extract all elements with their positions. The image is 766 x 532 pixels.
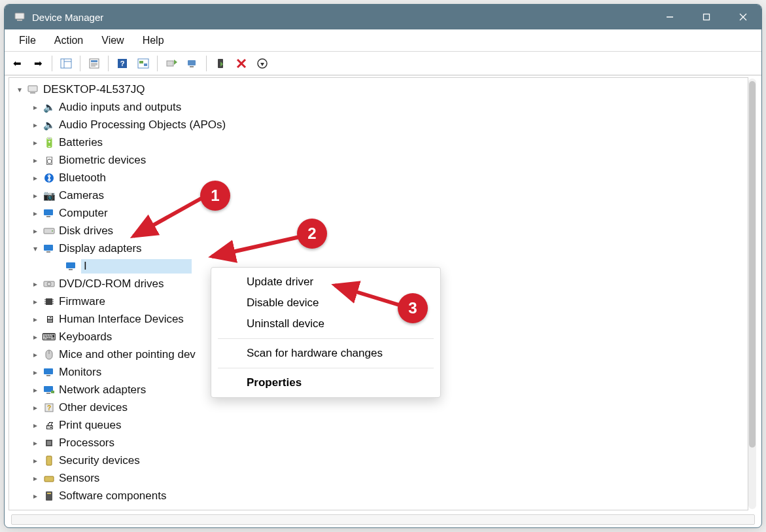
window-title: Device Manager: [32, 12, 103, 23]
scan-hardware-toolbar-button[interactable]: [183, 54, 202, 73]
show-hidden-button[interactable]: [133, 54, 153, 73]
chevron-right-icon[interactable]: ▸: [30, 367, 41, 378]
category-security-devices[interactable]: ▸ Security devices: [9, 452, 748, 469]
chevron-right-icon[interactable]: ▸: [30, 385, 41, 395]
chevron-right-icon[interactable]: ▸: [30, 296, 41, 307]
security-icon: [42, 454, 56, 467]
chevron-down-icon[interactable]: ▾: [30, 243, 41, 254]
uninstall-device-toolbar-button[interactable]: [252, 54, 272, 73]
printer-icon: 🖨: [42, 419, 56, 432]
mouse-icon: [42, 348, 56, 361]
svg-rect-59: [47, 441, 51, 445]
chevron-right-icon[interactable]: ▸: [30, 155, 41, 166]
category-sensors[interactable]: ▸ Sensors: [9, 469, 748, 487]
close-button[interactable]: [725, 5, 761, 29]
chevron-right-icon[interactable]: ▸: [30, 491, 41, 501]
properties-toolbar-button[interactable]: [84, 54, 104, 73]
category-disk-drives[interactable]: ▸ Disk drives: [9, 222, 748, 239]
monitor-icon: [42, 207, 56, 220]
svg-point-35: [52, 230, 53, 232]
category-audio-io[interactable]: ▸ 🔈 Audio inputs and outputs: [9, 98, 748, 116]
ctx-update-driver[interactable]: Update driver: [211, 272, 440, 293]
forward-button[interactable]: ➡: [28, 54, 48, 73]
category-label: Monitors: [59, 366, 105, 379]
chevron-right-icon[interactable]: ▸: [30, 120, 41, 130]
chevron-right-icon[interactable]: ▸: [30, 226, 41, 236]
chevron-right-icon[interactable]: ▸: [30, 473, 41, 484]
category-label: Computer: [59, 207, 112, 220]
chevron-down-icon[interactable]: ▾: [14, 84, 25, 95]
toolbar-separator: [80, 56, 80, 71]
enable-device-toolbar-button[interactable]: [211, 54, 230, 73]
ctx-disable-device[interactable]: Disable device: [211, 293, 440, 313]
chevron-right-icon[interactable]: ▸: [30, 420, 41, 431]
menu-help[interactable]: Help: [133, 32, 173, 49]
battery-icon: 🔋: [42, 136, 56, 149]
chevron-right-icon[interactable]: ▸: [30, 455, 41, 466]
chevron-right-icon[interactable]: ▸: [30, 402, 41, 413]
svg-rect-54: [46, 393, 50, 394]
cpu-icon: [42, 436, 56, 450]
category-label: DVD/CD-ROM drives: [59, 277, 168, 291]
hid-icon: 🖥: [42, 313, 56, 326]
display-adapter-icon: [64, 260, 78, 273]
help-toolbar-button[interactable]: ?: [113, 54, 132, 73]
ctx-scan-hardware[interactable]: Scan for hardware changes: [211, 343, 440, 364]
category-software-components[interactable]: ▸ Software components: [9, 487, 748, 505]
menu-file[interactable]: File: [10, 32, 45, 49]
svg-marker-28: [260, 63, 264, 66]
category-label: Human Interface Devices: [59, 313, 188, 326]
svg-rect-51: [44, 368, 53, 374]
category-other-devices[interactable]: ▸ ? Other devices: [9, 399, 748, 416]
category-batteries[interactable]: ▸ 🔋 Batteries: [9, 133, 748, 151]
category-bluetooth[interactable]: ▸ Bluetooth: [9, 169, 748, 186]
back-button[interactable]: ⬅: [7, 54, 27, 73]
tree-root[interactable]: ▾ DESKTOP-4L537JQ: [9, 80, 748, 98]
category-label: Processors: [59, 436, 118, 450]
ctx-properties[interactable]: Properties: [211, 372, 440, 393]
chevron-right-icon[interactable]: ▸: [30, 314, 41, 325]
category-display-adapters[interactable]: ▾ Display adapters: [9, 239, 748, 257]
minimize-button[interactable]: [652, 5, 688, 29]
svg-rect-6: [61, 59, 71, 68]
menubar: File Action View Help: [5, 29, 761, 52]
context-menu: Update driver Disable device Uninstall d…: [211, 267, 441, 398]
maximize-button[interactable]: [688, 5, 725, 29]
category-label: Other devices: [59, 401, 131, 414]
scrollbar-thumb[interactable]: [749, 81, 756, 448]
chevron-right-icon[interactable]: ▸: [30, 438, 41, 448]
category-cameras[interactable]: ▸ 📷 Cameras: [9, 186, 748, 204]
menu-view[interactable]: View: [92, 32, 133, 49]
toolbar-separator: [206, 56, 207, 71]
chevron-right-icon[interactable]: ▸: [30, 279, 41, 289]
category-label: Disk drives: [59, 224, 117, 238]
svg-rect-42: [46, 298, 52, 305]
chevron-right-icon[interactable]: ▸: [30, 190, 41, 201]
category-audio-apo[interactable]: ▸ 🔈 Audio Processing Objects (APOs): [9, 116, 748, 133]
disable-device-toolbar-button[interactable]: [232, 54, 251, 73]
show-hide-tree-button[interactable]: [56, 54, 76, 73]
svg-text:?: ?: [120, 60, 125, 67]
svg-rect-30: [30, 92, 35, 94]
vertical-scrollbar[interactable]: [748, 79, 756, 509]
svg-rect-33: [46, 216, 50, 217]
chevron-right-icon[interactable]: ▸: [30, 102, 41, 113]
chevron-right-icon[interactable]: ▸: [30, 137, 41, 148]
update-driver-toolbar-button[interactable]: [162, 54, 181, 73]
category-computer[interactable]: ▸ Computer: [9, 204, 748, 222]
category-biometric[interactable]: ▸ ⌼ Biometric devices: [9, 151, 748, 169]
chevron-right-icon[interactable]: ▸: [30, 332, 41, 342]
sensor-icon: [42, 472, 56, 485]
root-label: DESKTOP-4L537JQ: [43, 83, 149, 96]
chevron-right-icon[interactable]: ▸: [30, 208, 41, 219]
menu-action[interactable]: Action: [45, 32, 92, 49]
svg-marker-20: [174, 60, 177, 65]
ctx-uninstall-device[interactable]: Uninstall device: [211, 313, 440, 334]
chevron-right-icon[interactable]: ▸: [30, 349, 41, 360]
svg-rect-0: [15, 13, 24, 19]
category-processors[interactable]: ▸ Processors: [9, 434, 748, 452]
chevron-right-icon[interactable]: ▸: [30, 173, 41, 183]
category-print-queues[interactable]: ▸ 🖨 Print queues: [9, 416, 748, 434]
category-label: Cameras: [59, 189, 108, 202]
category-label: Display adapters: [59, 242, 146, 255]
